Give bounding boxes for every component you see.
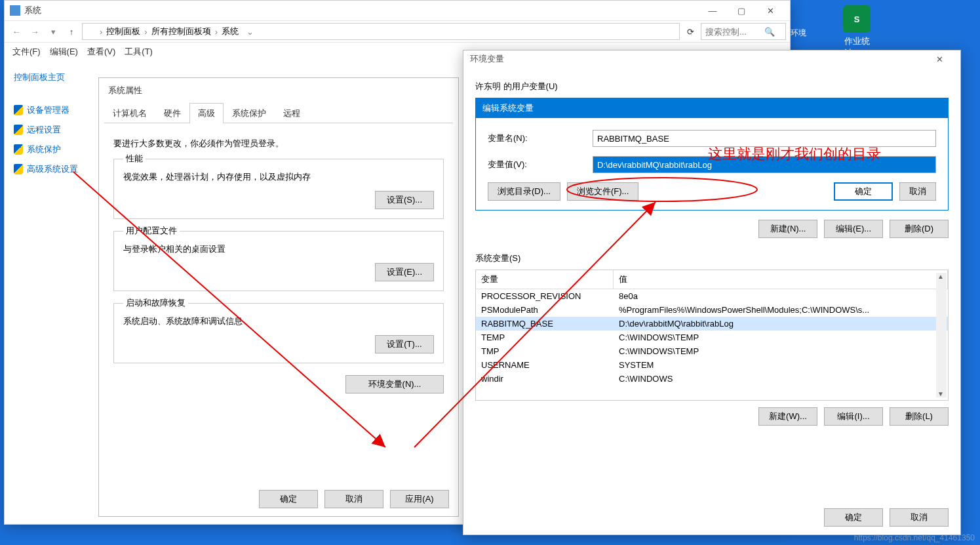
group-desc: 与登录帐户相关的桌面设置 (123, 243, 434, 255)
profile-group: 用户配置文件 与登录帐户相关的桌面设置 设置(E)... (113, 231, 444, 291)
up-button[interactable]: ↑ (64, 24, 79, 39)
tab-remote[interactable]: 远程 (275, 103, 309, 123)
browse-dir-button[interactable]: 浏览目录(D)... (488, 182, 560, 201)
maximize-button[interactable]: ▢ (727, 1, 756, 20)
perf-settings-button[interactable]: 设置(S)... (375, 191, 434, 209)
startup-group: 启动和故障恢复 系统启动、系统故障和调试信息 设置(T)... (113, 303, 444, 363)
group-legend: 启动和故障恢复 (123, 297, 188, 309)
apply-button[interactable]: 应用(A) (390, 490, 449, 508)
edit-ok-button[interactable]: 确定 (834, 182, 893, 201)
sidebar-item-label: 高级系统设置 (27, 163, 78, 175)
annotation-text: 这里就是刚才我们创的目录 (708, 144, 881, 164)
close-button[interactable]: ✕ (756, 1, 785, 20)
cell-val: C:\WINDOWS\TEMP (614, 344, 948, 358)
cell-var: TEMP (476, 331, 614, 344)
back-button[interactable]: ← (9, 24, 24, 39)
menu-edit[interactable]: 编辑(E) (50, 46, 78, 58)
sys-vars-table[interactable]: 变量 值 PROCESSOR_REVISION8e0aPSModulePath%… (475, 270, 949, 401)
search-input[interactable] (705, 27, 764, 37)
env-ok-button[interactable]: 确定 (824, 508, 883, 527)
env-cancel-button[interactable]: 取消 (890, 508, 949, 527)
tab-computer-name[interactable]: 计算机名 (104, 103, 155, 123)
cell-val: 8e0a (614, 289, 948, 303)
dialog-title: 系统属性 (99, 78, 458, 103)
chevron-right-icon: › (215, 27, 218, 37)
user-delete-button[interactable]: 删除(D) (890, 220, 949, 238)
browse-file-button[interactable]: 浏览文件(F)... (567, 182, 638, 201)
cell-var: RABBITMQ_BASE (476, 317, 614, 331)
cell-var: PROCESSOR_REVISION (476, 289, 614, 303)
sidebar-item-label: 远程设置 (27, 124, 61, 136)
scrollbar[interactable] (936, 273, 947, 397)
cell-var: windir (476, 372, 614, 386)
search-box[interactable]: 🔍 (701, 23, 786, 40)
breadcrumb[interactable]: 控制面板 (106, 26, 140, 37)
profile-settings-button[interactable]: 设置(E)... (375, 263, 434, 281)
minimize-button[interactable]: — (698, 1, 727, 20)
breadcrumb[interactable]: 所有控制面板项 (151, 26, 211, 37)
refresh-button[interactable]: ⟳ (682, 24, 698, 39)
sidebar-item-advanced[interactable]: 高级系统设置 (9, 159, 92, 179)
env-var-button[interactable]: 环境变量(N)... (345, 375, 444, 394)
table-row[interactable]: PSModulePath%ProgramFiles%\WindowsPowerS… (476, 303, 948, 317)
startup-settings-button[interactable]: 设置(T)... (375, 335, 434, 353)
col-var-header[interactable]: 变量 (476, 270, 614, 289)
sys-edit-button[interactable]: 编辑(I)... (824, 407, 883, 426)
system-properties-dialog: 系统属性 计算机名 硬件 高级 系统保护 远程 要进行大多数更改，你必须作为管理… (98, 77, 459, 517)
table-row[interactable]: TMPC:\WINDOWS\TEMP (476, 344, 948, 358)
spreadsheet-icon: S (843, 5, 871, 33)
chevron-right-icon: › (144, 27, 147, 37)
edit-cancel-button[interactable]: 取消 (899, 182, 936, 201)
sidebar-item-remote[interactable]: 远程设置 (9, 120, 92, 140)
forward-button[interactable]: → (27, 24, 43, 39)
tab-hardware[interactable]: 硬件 (155, 103, 189, 123)
menu-file[interactable]: 文件(F) (12, 46, 41, 58)
table-row[interactable]: windirC:\WINDOWS (476, 372, 948, 386)
cell-val: D:\dev\rabbitMQ\rabbit\rabLog (614, 317, 948, 331)
ok-button[interactable]: 确定 (259, 490, 318, 508)
user-vars-label: 许东明 的用户变量(U) (475, 81, 949, 92)
table-row[interactable]: PROCESSOR_REVISION8e0a (476, 289, 948, 303)
group-desc: 视觉效果，处理器计划，内存使用，以及虚拟内存 (123, 171, 434, 183)
sys-delete-button[interactable]: 删除(L) (890, 407, 949, 426)
dropdown-icon[interactable]: ⌄ (246, 27, 254, 37)
sidebar-title[interactable]: 控制面板主页 (9, 68, 92, 87)
sidebar-item-device-manager[interactable]: 设备管理器 (9, 100, 92, 120)
chevron-right-icon: › (100, 27, 102, 37)
recent-button[interactable]: ▾ (45, 24, 61, 39)
watermark: https://blog.csdn.net/qq_41461350 (854, 533, 975, 542)
cell-val: SYSTEM (614, 358, 948, 372)
user-edit-button[interactable]: 编辑(E)... (824, 220, 883, 238)
tab-protection[interactable]: 系统保护 (224, 103, 275, 123)
cell-var: PSModulePath (476, 303, 614, 317)
var-name-label: 变量名(N): (488, 132, 586, 144)
col-val-header[interactable]: 值 (614, 270, 948, 289)
sidebar-item-protection[interactable]: 系统保护 (9, 140, 92, 159)
menu-view[interactable]: 查看(V) (87, 46, 115, 58)
computer-icon (87, 27, 96, 36)
cell-val: C:\WINDOWS\TEMP (614, 331, 948, 344)
address-bar[interactable]: › 控制面板 › 所有控制面板项 › 系统 ⌄ (82, 23, 680, 40)
system-icon (10, 5, 20, 16)
table-row[interactable]: USERNAMESYSTEM (476, 358, 948, 372)
var-value-label: 变量值(V): (488, 159, 586, 171)
titlebar: 系统 — ▢ ✕ (5, 1, 790, 20)
sidebar-item-label: 系统保护 (27, 144, 61, 155)
sys-new-button[interactable]: 新建(W)... (758, 407, 817, 426)
cell-val: C:\WINDOWS (614, 372, 948, 386)
sidebar-item-label: 设备管理器 (27, 104, 69, 116)
close-button[interactable]: ✕ (925, 49, 954, 69)
cell-var: TMP (476, 344, 614, 358)
cancel-button[interactable]: 取消 (324, 490, 383, 508)
window-title: 系统 (24, 5, 41, 16)
breadcrumb[interactable]: 系统 (222, 26, 239, 37)
table-row[interactable]: TEMPC:\WINDOWS\TEMP (476, 331, 948, 344)
group-legend: 用户配置文件 (123, 225, 180, 237)
user-new-button[interactable]: 新建(N)... (758, 220, 817, 238)
group-desc: 系统启动、系统故障和调试信息 (123, 315, 434, 327)
menu-tools[interactable]: 工具(T) (125, 46, 153, 58)
table-row[interactable]: RABBITMQ_BASED:\dev\rabbitMQ\rabbit\rabL… (476, 317, 948, 331)
desktop-label-env: 环境 (791, 28, 806, 39)
tab-advanced[interactable]: 高级 (189, 103, 224, 123)
env-var-window: 环境变量 ✕ 许东明 的用户变量(U) 编辑系统变量 变量名(N): 变量值(V… (463, 50, 961, 535)
